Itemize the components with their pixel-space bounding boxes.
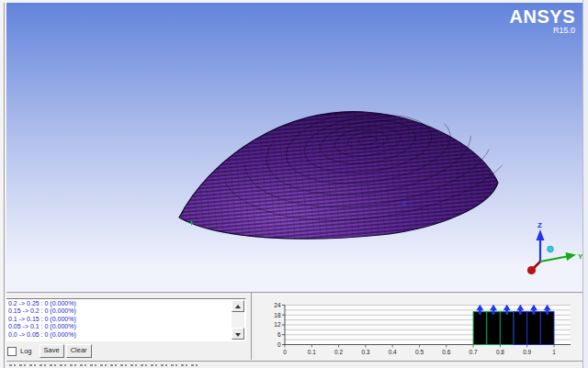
ansys-window: Z Y ANSYS R15.0 0.2 -> 0.25 : 0 (0.000%)… <box>0 0 588 368</box>
x-axis-arrow <box>527 266 536 274</box>
log-lines: 0.2 -> 0.25 : 0 (0.000%)0.15 -> 0.2 : 0 … <box>8 300 231 339</box>
z-axis-label: Z <box>537 221 542 229</box>
x-tick-label: 0.4 <box>389 349 397 355</box>
brand-version: R15.0 <box>510 27 575 35</box>
viewport-3d[interactable]: Z Y ANSYS R15.0 <box>6 3 582 292</box>
mesh-metrics-chart[interactable]: 0612182400.10.20.30.40.50.60.70.80.91 <box>254 295 582 360</box>
y-tick-label: 0 <box>277 341 281 348</box>
x-tick-label: 0.9 <box>523 349 531 355</box>
x-tick-label: 0 <box>283 349 287 355</box>
histogram-bar[interactable] <box>473 312 487 345</box>
window-frame-right <box>582 0 588 368</box>
log-checkbox-label: Log <box>20 347 32 355</box>
log-controls: Log Save Clear <box>7 344 94 358</box>
histogram-bar[interactable] <box>540 312 554 345</box>
viewport-canvas: Z Y <box>6 3 582 292</box>
y-tick-label: 24 <box>274 302 281 308</box>
log-line: 0.1 -> 0.15 : 0 (0.000%) <box>8 316 231 323</box>
status-text-clipped <box>9 364 198 366</box>
histogram-bar[interactable] <box>500 312 514 345</box>
log-checkbox[interactable] <box>7 347 17 356</box>
histogram-bar[interactable] <box>514 312 527 345</box>
scroll-down-button[interactable] <box>232 328 244 340</box>
log-scrollbar[interactable] <box>232 300 244 340</box>
orientation-triad[interactable]: Z Y <box>527 221 582 274</box>
x-tick-label: 0.2 <box>334 349 343 355</box>
brand-name: ANSYS <box>510 7 575 26</box>
x-tick-label: 0.1 <box>308 349 316 355</box>
mesh-dome[interactable] <box>179 65 526 240</box>
y-tick-label: 6 <box>277 331 281 338</box>
y-axis-arrow <box>566 252 577 261</box>
triad-origin-ball <box>548 246 554 252</box>
x-tick-label: 1 <box>552 349 556 355</box>
clear-button[interactable]: Clear <box>66 344 92 358</box>
x-tick-label: 0.8 <box>496 349 504 355</box>
histogram-bar[interactable] <box>487 312 501 345</box>
log-line: 0.05 -> 0.1 : 0 (0.000%) <box>8 323 231 330</box>
x-tick-label: 0.3 <box>361 349 369 355</box>
x-tick-label: 0.7 <box>469 349 478 355</box>
window-frame-top <box>0 0 588 3</box>
window-frame-left <box>0 0 6 368</box>
metrics-chart-svg: 0612182400.10.20.30.40.50.60.70.80.91 <box>254 295 582 360</box>
y-tick-label: 18 <box>274 312 281 318</box>
ansys-logo: ANSYS R15.0 <box>510 7 575 35</box>
save-button[interactable]: Save <box>40 344 64 358</box>
triangle-down-icon <box>235 333 241 337</box>
panel-divider <box>251 292 252 360</box>
triangle-up-icon <box>235 305 241 308</box>
scroll-up-button[interactable] <box>232 300 244 312</box>
y-tick-label: 12 <box>274 321 281 328</box>
x-tick-label: 0.5 <box>415 349 424 355</box>
log-line: 0.0 -> 0.05 : 0 (0.000%) <box>8 331 231 339</box>
status-bar <box>0 361 588 368</box>
x-tick-label: 0.6 <box>442 349 450 355</box>
log-listbox[interactable]: 0.2 -> 0.25 : 0 (0.000%)0.15 -> 0.2 : 0 … <box>6 298 246 341</box>
log-line: 0.15 -> 0.2 : 0 (0.000%) <box>8 307 231 315</box>
z-axis-arrow <box>537 229 545 240</box>
log-line: 0.2 -> 0.25 : 0 (0.000%) <box>8 300 231 307</box>
histogram-bar[interactable] <box>527 312 541 345</box>
